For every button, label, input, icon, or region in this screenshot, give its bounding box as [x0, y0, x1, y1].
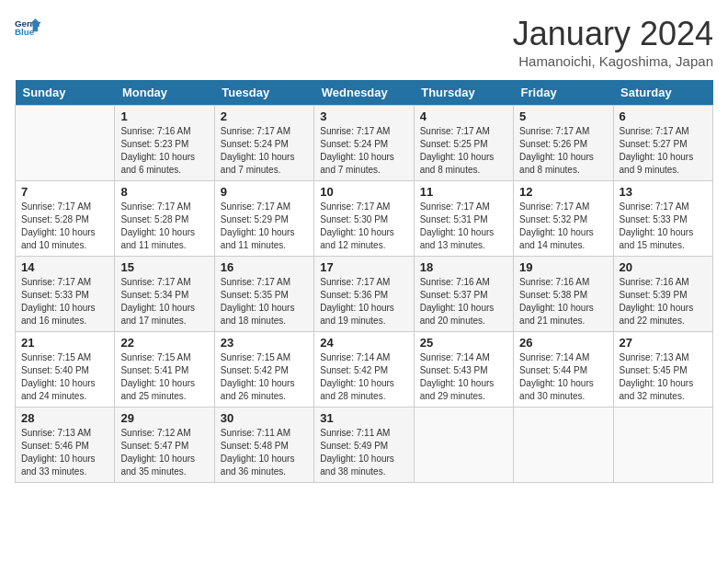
calendar-cell: 15Sunrise: 7:17 AM Sunset: 5:34 PM Dayli…	[115, 257, 214, 332]
day-info: Sunrise: 7:13 AM Sunset: 5:46 PM Dayligh…	[21, 427, 108, 478]
day-number: 25	[420, 336, 507, 350]
day-info: Sunrise: 7:17 AM Sunset: 5:24 PM Dayligh…	[221, 125, 308, 177]
calendar-cell: 28Sunrise: 7:13 AM Sunset: 5:46 PM Dayli…	[16, 408, 115, 483]
calendar-table: SundayMondayTuesdayWednesdayThursdayFrid…	[15, 80, 713, 483]
calendar-cell: 29Sunrise: 7:12 AM Sunset: 5:47 PM Dayli…	[115, 408, 214, 483]
day-info: Sunrise: 7:11 AM Sunset: 5:48 PM Dayligh…	[221, 427, 308, 478]
day-info: Sunrise: 7:17 AM Sunset: 5:36 PM Dayligh…	[320, 276, 407, 327]
calendar-cell: 19Sunrise: 7:16 AM Sunset: 5:38 PM Dayli…	[514, 257, 613, 332]
day-number: 21	[21, 336, 108, 350]
day-info: Sunrise: 7:15 AM Sunset: 5:42 PM Dayligh…	[221, 351, 308, 403]
day-info: Sunrise: 7:17 AM Sunset: 5:34 PM Dayligh…	[120, 276, 208, 327]
calendar-cell: 20Sunrise: 7:16 AM Sunset: 5:39 PM Dayli…	[613, 257, 712, 332]
week-row-5: 28Sunrise: 7:13 AM Sunset: 5:46 PM Dayli…	[16, 408, 713, 483]
col-header-sunday: Sunday	[16, 80, 115, 106]
day-number: 18	[420, 260, 507, 274]
day-info: Sunrise: 7:17 AM Sunset: 5:35 PM Dayligh…	[221, 276, 308, 327]
calendar-cell: 26Sunrise: 7:14 AM Sunset: 5:44 PM Dayli…	[514, 332, 613, 408]
calendar-cell: 24Sunrise: 7:14 AM Sunset: 5:42 PM Dayli…	[314, 332, 414, 408]
calendar-cell: 16Sunrise: 7:17 AM Sunset: 5:35 PM Dayli…	[214, 257, 313, 332]
week-row-2: 7Sunrise: 7:17 AM Sunset: 5:28 PM Daylig…	[16, 181, 713, 257]
day-number: 24	[320, 336, 407, 350]
day-number: 27	[620, 336, 707, 350]
calendar-cell: 12Sunrise: 7:17 AM Sunset: 5:32 PM Dayli…	[514, 181, 613, 257]
day-number: 11	[420, 185, 507, 199]
day-info: Sunrise: 7:17 AM Sunset: 5:33 PM Dayligh…	[620, 201, 707, 252]
day-info: Sunrise: 7:17 AM Sunset: 5:32 PM Dayligh…	[519, 201, 607, 252]
day-number: 30	[221, 411, 308, 425]
logo: General Blue	[15, 15, 40, 40]
calendar-cell	[613, 408, 712, 483]
day-number: 5	[519, 109, 607, 123]
day-number: 8	[120, 185, 208, 199]
day-info: Sunrise: 7:14 AM Sunset: 5:44 PM Dayligh…	[519, 351, 607, 403]
day-number: 26	[519, 336, 607, 350]
day-info: Sunrise: 7:17 AM Sunset: 5:24 PM Dayligh…	[320, 125, 407, 177]
day-info: Sunrise: 7:17 AM Sunset: 5:29 PM Dayligh…	[221, 201, 308, 252]
col-header-wednesday: Wednesday	[314, 80, 414, 106]
week-row-4: 21Sunrise: 7:15 AM Sunset: 5:40 PM Dayli…	[16, 332, 713, 408]
day-info: Sunrise: 7:11 AM Sunset: 5:49 PM Dayligh…	[320, 427, 407, 478]
day-info: Sunrise: 7:17 AM Sunset: 5:31 PM Dayligh…	[420, 201, 507, 252]
calendar-cell: 11Sunrise: 7:17 AM Sunset: 5:31 PM Dayli…	[414, 181, 513, 257]
day-number: 20	[620, 260, 707, 274]
week-row-3: 14Sunrise: 7:17 AM Sunset: 5:33 PM Dayli…	[16, 257, 713, 332]
calendar-cell	[514, 408, 613, 483]
day-number: 31	[320, 411, 407, 425]
day-info: Sunrise: 7:15 AM Sunset: 5:40 PM Dayligh…	[21, 351, 108, 403]
month-title: January 2024	[513, 15, 713, 53]
calendar-cell: 6Sunrise: 7:17 AM Sunset: 5:27 PM Daylig…	[613, 106, 712, 181]
day-number: 23	[221, 336, 308, 350]
day-info: Sunrise: 7:17 AM Sunset: 5:30 PM Dayligh…	[320, 201, 407, 252]
calendar-cell: 14Sunrise: 7:17 AM Sunset: 5:33 PM Dayli…	[16, 257, 115, 332]
day-info: Sunrise: 7:16 AM Sunset: 5:37 PM Dayligh…	[420, 276, 507, 327]
day-number: 22	[120, 336, 208, 350]
calendar-cell: 1Sunrise: 7:16 AM Sunset: 5:23 PM Daylig…	[115, 106, 214, 181]
day-number: 13	[620, 185, 707, 199]
day-info: Sunrise: 7:14 AM Sunset: 5:42 PM Dayligh…	[320, 351, 407, 403]
calendar-cell: 9Sunrise: 7:17 AM Sunset: 5:29 PM Daylig…	[214, 181, 313, 257]
col-header-tuesday: Tuesday	[214, 80, 313, 106]
day-info: Sunrise: 7:13 AM Sunset: 5:45 PM Dayligh…	[620, 351, 707, 403]
day-number: 19	[519, 260, 607, 274]
title-area: January 2024 Hamanoichi, Kagoshima, Japa…	[513, 15, 713, 69]
calendar-cell: 3Sunrise: 7:17 AM Sunset: 5:24 PM Daylig…	[314, 106, 414, 181]
day-info: Sunrise: 7:16 AM Sunset: 5:38 PM Dayligh…	[519, 276, 607, 327]
calendar-cell: 30Sunrise: 7:11 AM Sunset: 5:48 PM Dayli…	[214, 408, 313, 483]
day-info: Sunrise: 7:14 AM Sunset: 5:43 PM Dayligh…	[420, 351, 507, 403]
svg-text:Blue: Blue	[15, 27, 35, 37]
week-row-1: 1Sunrise: 7:16 AM Sunset: 5:23 PM Daylig…	[16, 106, 713, 181]
calendar-cell: 23Sunrise: 7:15 AM Sunset: 5:42 PM Dayli…	[214, 332, 313, 408]
location: Hamanoichi, Kagoshima, Japan	[513, 53, 713, 69]
col-header-saturday: Saturday	[613, 80, 712, 106]
day-number: 7	[21, 185, 108, 199]
calendar-cell: 21Sunrise: 7:15 AM Sunset: 5:40 PM Dayli…	[16, 332, 115, 408]
day-number: 14	[21, 260, 108, 274]
calendar-cell: 25Sunrise: 7:14 AM Sunset: 5:43 PM Dayli…	[414, 332, 513, 408]
day-info: Sunrise: 7:16 AM Sunset: 5:39 PM Dayligh…	[620, 276, 707, 327]
day-number: 28	[21, 411, 108, 425]
calendar-cell: 17Sunrise: 7:17 AM Sunset: 5:36 PM Dayli…	[314, 257, 414, 332]
calendar-cell: 13Sunrise: 7:17 AM Sunset: 5:33 PM Dayli…	[613, 181, 712, 257]
day-info: Sunrise: 7:17 AM Sunset: 5:28 PM Dayligh…	[120, 201, 208, 252]
day-number: 29	[120, 411, 208, 425]
day-number: 1	[120, 109, 208, 123]
calendar-cell	[16, 106, 115, 181]
day-number: 9	[221, 185, 308, 199]
day-info: Sunrise: 7:17 AM Sunset: 5:25 PM Dayligh…	[420, 125, 507, 177]
day-info: Sunrise: 7:17 AM Sunset: 5:33 PM Dayligh…	[21, 276, 108, 327]
calendar-cell: 22Sunrise: 7:15 AM Sunset: 5:41 PM Dayli…	[115, 332, 214, 408]
day-info: Sunrise: 7:15 AM Sunset: 5:41 PM Dayligh…	[120, 351, 208, 403]
calendar-cell: 2Sunrise: 7:17 AM Sunset: 5:24 PM Daylig…	[214, 106, 313, 181]
day-number: 2	[221, 109, 308, 123]
calendar-cell: 27Sunrise: 7:13 AM Sunset: 5:45 PM Dayli…	[613, 332, 712, 408]
day-number: 4	[420, 109, 507, 123]
day-info: Sunrise: 7:17 AM Sunset: 5:28 PM Dayligh…	[21, 201, 108, 252]
calendar-cell: 31Sunrise: 7:11 AM Sunset: 5:49 PM Dayli…	[314, 408, 414, 483]
day-number: 17	[320, 260, 407, 274]
day-number: 12	[519, 185, 607, 199]
col-header-friday: Friday	[514, 80, 613, 106]
day-number: 10	[320, 185, 407, 199]
calendar-cell: 5Sunrise: 7:17 AM Sunset: 5:26 PM Daylig…	[514, 106, 613, 181]
calendar-cell: 10Sunrise: 7:17 AM Sunset: 5:30 PM Dayli…	[314, 181, 414, 257]
